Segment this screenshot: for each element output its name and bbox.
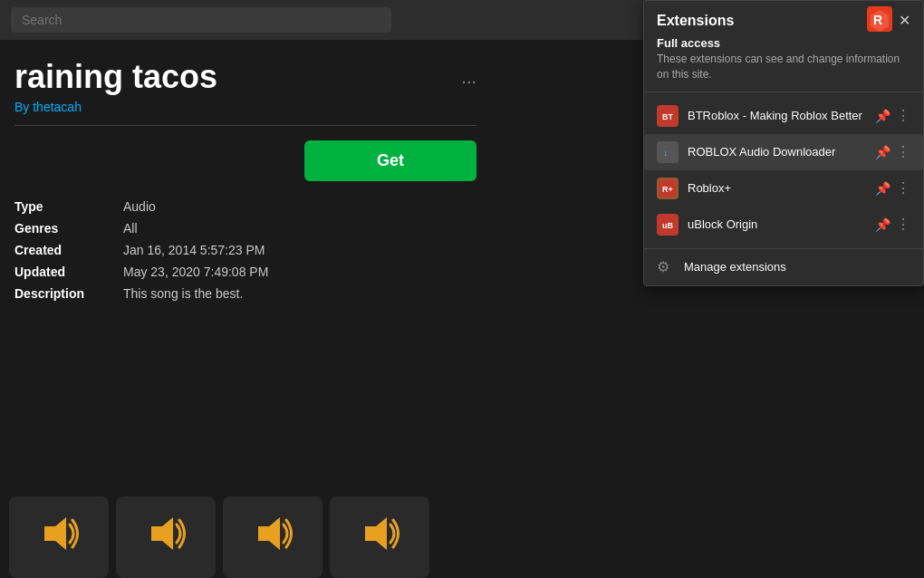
speaker-icon xyxy=(251,515,294,560)
description-label: Description xyxy=(14,286,123,301)
extension-item-audio-dl[interactable]: ↓ ROBLOX Audio Downloader 📌 ⋮ xyxy=(644,134,923,170)
pin-icon-roblox-plus[interactable]: 📌 xyxy=(875,181,890,196)
roblox-logo: R xyxy=(867,6,892,32)
full-access-label: Full access xyxy=(657,36,910,50)
extension-item-btrlox[interactable]: BT BTRoblox - Making Roblox Better 📌 ⋮ xyxy=(644,98,923,134)
svg-marker-2 xyxy=(258,517,280,550)
svg-marker-3 xyxy=(365,517,387,550)
description-value: This song is the best. xyxy=(123,286,910,301)
search-input[interactable] xyxy=(11,7,391,33)
svg-text:R+: R+ xyxy=(662,185,673,194)
full-access-section: Full access These extensions can see and… xyxy=(644,36,923,92)
ext-name-ublock: uBlock Origin xyxy=(688,217,875,231)
audio-card[interactable] xyxy=(330,496,429,578)
speaker-icon xyxy=(37,515,81,560)
audio-card[interactable] xyxy=(9,496,109,578)
pin-icon-btrlox[interactable]: 📌 xyxy=(875,109,890,123)
genres-label: Genres xyxy=(14,221,123,236)
ext-name-audio-dl: ROBLOX Audio Downloader xyxy=(688,145,875,159)
extension-item-roblox-plus[interactable]: R+ Roblox+ 📌 ⋮ xyxy=(644,170,923,207)
extensions-panel: R Extensions ✕ Full access These extensi… xyxy=(643,0,924,286)
svg-text:uB: uB xyxy=(662,221,673,230)
manage-label: Manage extensions xyxy=(684,260,786,274)
audio-card[interactable] xyxy=(223,496,322,578)
divider xyxy=(14,125,476,126)
close-button[interactable]: ✕ xyxy=(899,12,910,29)
svg-text:↓: ↓ xyxy=(663,147,669,158)
svg-text:BT: BT xyxy=(662,112,673,121)
btrlox-icon: BT xyxy=(657,105,679,127)
author-link[interactable]: thetacah xyxy=(33,100,82,114)
gear-icon: ⚙ xyxy=(657,258,675,276)
extensions-title: Extensions xyxy=(657,13,734,29)
audio-dl-icon: ↓ xyxy=(657,141,679,163)
pin-icon-ublock[interactable]: 📌 xyxy=(875,217,890,232)
full-access-desc: These extensions can see and change info… xyxy=(657,52,910,82)
audio-card[interactable] xyxy=(116,496,216,578)
more-button[interactable]: ... xyxy=(461,67,476,88)
ext-name-roblox-plus: Roblox+ xyxy=(688,181,875,195)
roblox-plus-icon: R+ xyxy=(657,178,679,199)
menu-icon-roblox-plus[interactable]: ⋮ xyxy=(896,179,910,197)
created-label: Created xyxy=(14,243,123,257)
ext-name-btrlox: BTRoblox - Making Roblox Better xyxy=(688,109,875,122)
menu-icon-btrlox[interactable]: ⋮ xyxy=(896,107,910,124)
extension-item-ublock[interactable]: uB uBlock Origin 📌 ⋮ xyxy=(644,207,923,243)
menu-icon-ublock[interactable]: ⋮ xyxy=(896,216,910,233)
get-button[interactable]: Get xyxy=(304,140,476,181)
ublock-icon: uB xyxy=(657,214,679,236)
svg-marker-0 xyxy=(44,517,66,550)
updated-label: Updated xyxy=(14,265,123,279)
pin-icon-audio-dl[interactable]: 📌 xyxy=(875,145,890,159)
type-label: Type xyxy=(14,199,123,214)
menu-icon-audio-dl[interactable]: ⋮ xyxy=(896,143,910,160)
audio-cards-row xyxy=(0,487,924,578)
manage-extensions[interactable]: ⚙ Manage extensions xyxy=(644,248,923,285)
get-button-row: Get xyxy=(14,140,476,181)
svg-marker-1 xyxy=(151,517,173,550)
extensions-list: BT BTRoblox - Making Roblox Better 📌 ⋮ ↓… xyxy=(644,92,923,248)
svg-text:R: R xyxy=(873,13,882,27)
speaker-icon xyxy=(144,515,188,560)
speaker-icon xyxy=(358,515,401,560)
song-title: raining tacos xyxy=(14,58,217,96)
